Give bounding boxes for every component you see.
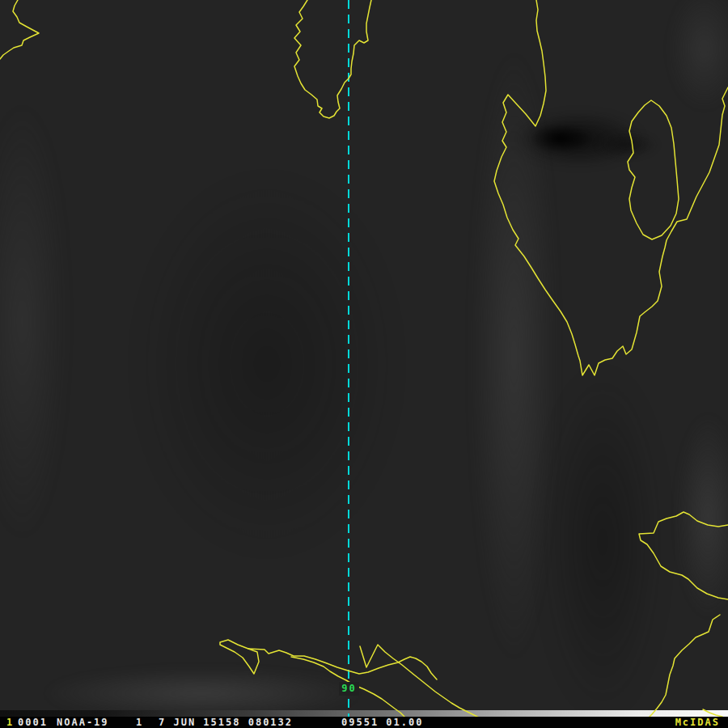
satellite-name: NOAA-19 xyxy=(57,717,109,728)
image-id: 0001 xyxy=(18,717,48,728)
coastline-corner-bottomright xyxy=(703,709,722,717)
coastline-bottom-north xyxy=(248,649,437,679)
mcidas-brand-label: McIDAS xyxy=(675,717,720,728)
map-overlay xyxy=(0,0,728,728)
line-element-values: 09551 01.00 xyxy=(341,717,423,728)
mcidas-window: 90 1 0001 NOAA-19 1 7 JUN 15158 080132 0… xyxy=(0,0,728,728)
status-bar: 1 0001 NOAA-19 1 7 JUN 15158 080132 0955… xyxy=(0,717,728,728)
coastline-island-east xyxy=(628,100,679,239)
coastline-topleft xyxy=(0,0,39,59)
coastline-peninsula-top xyxy=(294,0,371,118)
coastline-bottom-cays xyxy=(360,645,480,718)
graticule-label: 90 xyxy=(339,682,359,696)
satellite-image-canvas[interactable]: 90 xyxy=(0,0,728,717)
coastline-southeast-lower xyxy=(650,615,720,717)
coastline-island-large xyxy=(494,0,728,375)
band-number: 1 xyxy=(136,717,143,728)
coastline-bottom-wing xyxy=(220,640,259,674)
image-datetime: 7 JUN 15158 080132 xyxy=(159,717,293,728)
frame-marker: 1 xyxy=(6,717,14,728)
coastline-southeast-upper xyxy=(639,512,728,599)
